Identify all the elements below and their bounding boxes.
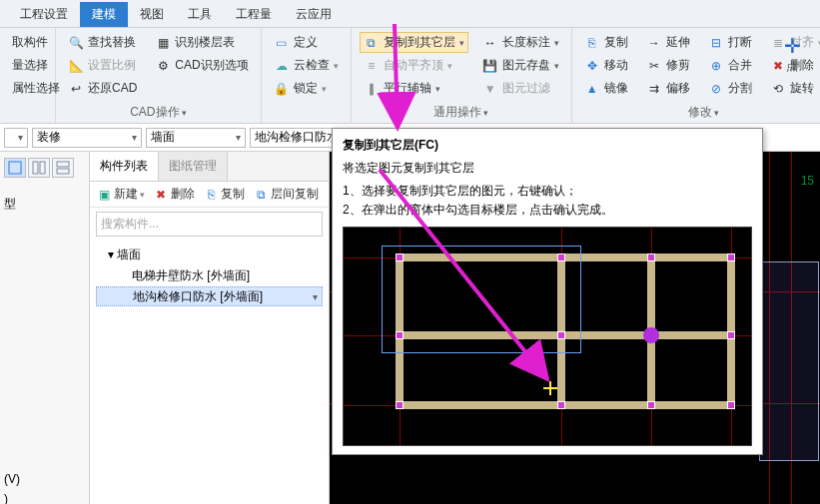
instruction-arrow — [0, 0, 820, 504]
svg-line-5 — [395, 24, 398, 128]
svg-line-6 — [380, 170, 547, 379]
